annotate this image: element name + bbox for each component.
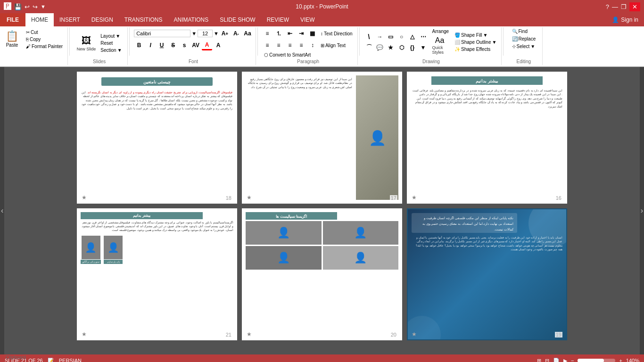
- redo-icon[interactable]: ↪: [33, 3, 38, 10]
- section-button[interactable]: Section▼: [99, 47, 124, 53]
- align-text-button[interactable]: ⊞ Align Text: [319, 42, 347, 49]
- convert-smartart-button[interactable]: ⬡ Convert to SmartArt: [262, 52, 313, 58]
- font-size-input[interactable]: [198, 30, 213, 37]
- tab-transitions[interactable]: TRANSITIONS: [119, 13, 168, 26]
- shape-rect[interactable]: ▭: [386, 32, 396, 42]
- shape-callout[interactable]: 💬: [375, 42, 385, 53]
- tab-design[interactable]: DESIGN: [86, 13, 119, 26]
- shape-effects-button[interactable]: ✨ Shape Effects: [453, 46, 498, 52]
- shape-star[interactable]: ★: [386, 42, 396, 53]
- zoom-in-button[interactable]: +: [619, 358, 622, 362]
- cut-icon: ✂: [26, 30, 30, 35]
- minimize-button[interactable]: —: [612, 3, 618, 10]
- shape-bracket[interactable]: {}: [407, 42, 418, 53]
- underline-button[interactable]: U: [157, 40, 167, 50]
- slide-17[interactable]: این سینا از این توصیف نیز فراتر رفت و مض…: [242, 72, 402, 204]
- zoom-slider[interactable]: [578, 359, 615, 362]
- tab-slideshow[interactable]: SLIDE SHOW: [214, 13, 261, 26]
- increase-indent-button[interactable]: ⇥: [296, 28, 306, 39]
- shape-triangle[interactable]: △: [407, 32, 418, 42]
- shape-down[interactable]: ▼: [418, 42, 429, 53]
- reset-button[interactable]: Reset: [99, 40, 124, 46]
- quick-access-toolbar[interactable]: 🅿 💾 ↩ ↪ ▼: [4, 2, 46, 11]
- scroll-right-button[interactable]: ›: [640, 67, 644, 354]
- copy-button[interactable]: ⎘ Copy: [24, 36, 65, 42]
- help-button[interactable]: ?: [606, 3, 609, 10]
- shape-connector[interactable]: ⌒: [364, 42, 374, 53]
- close-button[interactable]: ✕: [629, 2, 640, 11]
- view-slideshow-button[interactable]: ▶: [563, 358, 567, 362]
- view-normal-button[interactable]: ⊞: [537, 358, 541, 362]
- slide-19[interactable]: نکته پایانی اینکه از منظر این مکتب فلسفی…: [407, 208, 567, 340]
- decrease-indent-button[interactable]: ⇤: [285, 28, 295, 39]
- slide-20[interactable]: اگزیستا نسیالیست ها 👤 👤 👤: [242, 208, 402, 340]
- find-button[interactable]: 🔍 Find: [510, 28, 538, 34]
- new-slide-button[interactable]: 🖼 New Slide: [75, 34, 98, 52]
- smartart-icon: ⬡: [264, 52, 268, 58]
- quick-styles-button[interactable]: Aa Quick Styles: [430, 35, 449, 56]
- scroll-left-button[interactable]: ‹: [0, 67, 4, 354]
- customize-icon[interactable]: ▼: [41, 4, 46, 9]
- align-center-button[interactable]: ≡: [273, 40, 284, 50]
- slide-21[interactable]: بیشتر بدانیم اگزیستانسیالیسم با باور به …: [77, 208, 237, 340]
- strikethrough-button[interactable]: S: [168, 40, 178, 50]
- fill-icon: 🪣: [454, 33, 460, 38]
- slide-18[interactable]: چیستی نامتعین فیلسوفان اگزیستانسیالیست ،…: [77, 72, 237, 204]
- font-color-button[interactable]: A: [202, 40, 212, 50]
- undo-icon[interactable]: ↩: [25, 3, 30, 10]
- font-name-dropdown[interactable]: ▼: [191, 31, 197, 36]
- file-tab[interactable]: FILE: [0, 13, 25, 26]
- decrease-font-button[interactable]: A-: [231, 28, 241, 39]
- layout-button[interactable]: Layout▼: [99, 33, 124, 39]
- cols-button[interactable]: ▦: [307, 28, 318, 39]
- zoom-out-button[interactable]: −: [571, 358, 574, 362]
- view-slide-sorter-button[interactable]: ⊟: [545, 358, 549, 362]
- outline-dropdown[interactable]: ▼: [492, 40, 496, 45]
- line-spacing-button[interactable]: ↕: [307, 40, 318, 50]
- tab-review[interactable]: REVIEW: [261, 13, 295, 26]
- notes-icon[interactable]: 📝: [48, 358, 54, 362]
- tab-insert[interactable]: INSERT: [54, 13, 86, 26]
- arrange-button[interactable]: Arrange: [430, 28, 451, 34]
- clear-format-button[interactable]: Aa: [242, 28, 253, 39]
- justify-button[interactable]: ≡: [296, 40, 306, 50]
- shape-oval[interactable]: ○: [396, 32, 407, 42]
- signin-button[interactable]: 👤 Sign in: [606, 16, 644, 23]
- bold-button[interactable]: B: [134, 40, 144, 50]
- italic-button[interactable]: I: [145, 40, 156, 50]
- shape-more[interactable]: ⋯: [418, 32, 429, 42]
- fill-dropdown[interactable]: ▼: [483, 33, 488, 38]
- tab-animations[interactable]: ANIMATIONS: [168, 13, 214, 26]
- shape-arrow[interactable]: →: [375, 32, 385, 42]
- slide-16[interactable]: بیشتر بدانیم این سینا قصیده ای دارد به ن…: [407, 72, 567, 204]
- tab-view[interactable]: VIEW: [295, 13, 321, 26]
- highlight-button[interactable]: A: [213, 40, 223, 50]
- canvas-area: چیستی نامتعین فیلسوفان اگزیستانسیالیست ،…: [4, 67, 639, 354]
- restore-button[interactable]: ❐: [621, 3, 627, 10]
- save-icon[interactable]: 💾: [14, 3, 22, 10]
- select-button[interactable]: ⊹ Select▼: [510, 43, 538, 49]
- format-painter-button[interactable]: 🖌 Format Painter: [24, 43, 65, 49]
- slide17-portrait: 👤: [369, 130, 386, 146]
- shape-line[interactable]: \: [364, 32, 374, 42]
- replace-button[interactable]: 🔄 Replace: [510, 36, 538, 42]
- cut-button[interactable]: ✂ Cut: [24, 29, 65, 35]
- align-right-button[interactable]: ≡: [285, 40, 295, 50]
- bullets-button[interactable]: ≡: [262, 28, 272, 39]
- paste-button[interactable]: 📋 Paste: [3, 29, 21, 49]
- numbering-button[interactable]: ⒈: [273, 28, 284, 39]
- view-reading-button[interactable]: 📄: [553, 358, 560, 362]
- increase-font-button[interactable]: A+: [220, 28, 230, 39]
- font-name-input[interactable]: [134, 30, 190, 37]
- shape-fill-button[interactable]: 🪣 Shape Fill▼: [453, 32, 498, 38]
- shape-block[interactable]: ⬡: [396, 42, 407, 53]
- editing-label: Editing: [517, 58, 531, 64]
- shadow-button[interactable]: s: [179, 40, 190, 50]
- font-size-dropdown[interactable]: ▼: [214, 31, 219, 36]
- tab-home[interactable]: HOME: [25, 13, 54, 26]
- shape-outline-button[interactable]: ⬜ Shape Outline▼: [453, 39, 498, 45]
- text-direction-button[interactable]: ↕ Text Direction: [319, 31, 355, 37]
- char-spacing-button[interactable]: AV: [190, 40, 201, 50]
- align-left-button[interactable]: ≡: [262, 40, 272, 50]
- status-bar: SLIDE 21 OF 26 📝 PERSIAN ⊞ ⊟ 📄 ▶ − + 140…: [0, 354, 644, 362]
